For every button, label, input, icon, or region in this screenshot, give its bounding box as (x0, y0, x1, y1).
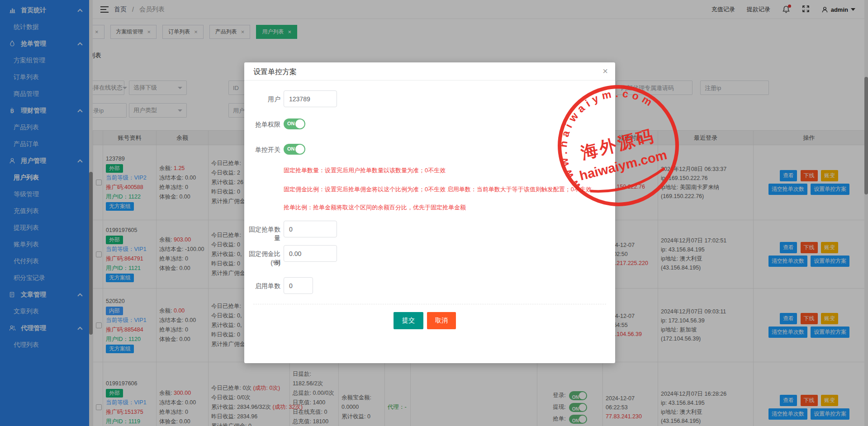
fixed-rate-input[interactable] (284, 245, 337, 262)
hint-fixed-rate: 固定佣金比例：设置完后抢单佣金将以这个比例为准；0不生效 启用单数：当前单数大于… (284, 185, 592, 194)
fixed-count-label: 固定抢单数量 (244, 225, 280, 242)
enable-count-input[interactable] (284, 277, 313, 294)
set-single-control-modal: 设置单控方案 × 用户 抢单权限 ON 单控开关 ON 固定抢单数量：设置完后用… (244, 62, 615, 363)
hint-grab-ratio: 抢单比例：抢单金额将取这个区间的余额百分比，优先于固定抢单金额 (284, 204, 466, 212)
user-field-label: 用户 (244, 95, 280, 104)
single-control-toggle[interactable]: ON (284, 144, 305, 155)
user-field-input[interactable] (284, 90, 337, 107)
grab-permission-label: 抢单权限 (244, 120, 280, 129)
submit-button[interactable]: 提交 (394, 312, 423, 329)
enable-count-label: 启用单数 (244, 282, 280, 290)
modal-header: 设置单控方案 × (244, 62, 615, 80)
single-control-label: 单控开关 (244, 146, 280, 154)
hint-fixed-count: 固定抢单数量：设置完后用户抢单数量以该数量为准；0不生效 (284, 166, 446, 175)
cancel-button[interactable]: 取消 (427, 312, 456, 329)
modal-title: 设置单控方案 (253, 67, 297, 77)
toggle-knob (295, 145, 304, 154)
fixed-rate-unit: (%) (244, 259, 280, 267)
grab-permission-toggle[interactable]: ON (284, 118, 305, 129)
fixed-count-input[interactable] (284, 221, 337, 237)
divider (253, 304, 606, 304)
close-icon[interactable]: × (602, 66, 608, 76)
toggle-knob (295, 119, 304, 128)
